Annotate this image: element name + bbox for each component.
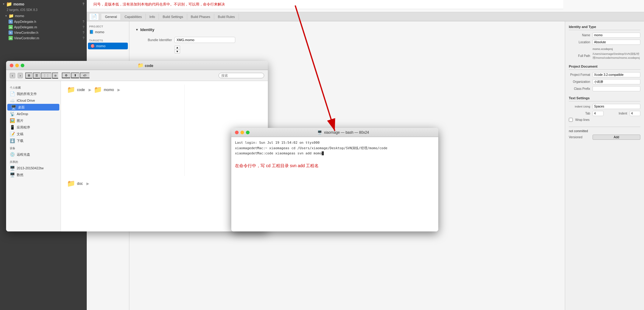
empty-pane	[124, 85, 185, 176]
project-item-label: momo	[95, 30, 104, 34]
bundle-id-row: Bundle Identifier	[135, 37, 559, 43]
close-button[interactable]	[10, 64, 13, 67]
h-file-icon: h	[9, 19, 13, 24]
location-select[interactable]: Absolute	[593, 40, 640, 45]
finder-search-input[interactable]	[219, 73, 264, 78]
finder-toolbar: ‹ › ⊞ ☰ ⋮⋮ ⧈ ⚙ ⬆ 🏷	[6, 70, 268, 81]
terminal-max-btn[interactable]	[246, 131, 250, 134]
momo-folder-row[interactable]: 📁 momo ▶	[91, 85, 120, 95]
share-button[interactable]: ⬆	[71, 72, 79, 78]
identity-type-section: Identity and Type Name Location Absolute…	[569, 25, 640, 60]
sidebar-item-all-files[interactable]: 📄 我的所有文件	[6, 90, 61, 97]
documents-label: 文稿	[17, 132, 23, 136]
project-row[interactable]: ▼ 📁 momo ?	[0, 0, 87, 8]
maximize-button[interactable]	[21, 64, 24, 67]
terminal-close-btn[interactable]	[235, 131, 239, 134]
terminal-body[interactable]: Last login: Sun Jul 19 15:54:02 on ttys0…	[231, 137, 438, 231]
sidebar-item-documents[interactable]: 📝 文稿	[6, 131, 61, 137]
sidebar-item-downloads[interactable]: ⬇️ 下载	[6, 137, 61, 144]
arrange-button[interactable]: ⚙	[62, 72, 70, 78]
terminal-title-text: xiaomage — bash — 80x24	[324, 130, 369, 135]
folder-icon-code: 📁	[67, 86, 75, 94]
tab-width-input[interactable]	[593, 111, 604, 116]
tab-build-phases[interactable]: Build Phases	[187, 14, 214, 20]
tag-button[interactable]: 🏷	[80, 72, 89, 78]
stepper-down[interactable]: ▼	[175, 50, 180, 53]
panel-project-item[interactable]: 📘 momo	[87, 29, 129, 35]
project-format-select[interactable]: Xcode 3.2-compatible	[593, 72, 640, 77]
file-viewcontroller-m[interactable]: m ViewController.m ?	[0, 35, 87, 41]
not-committed-label: not committed	[569, 129, 640, 133]
list-view-btn[interactable]: ☰	[33, 72, 40, 79]
file-viewcontroller-h[interactable]: h ViewController.h ?	[0, 30, 87, 35]
terminal-min-btn[interactable]	[240, 131, 244, 134]
class-prefix-input[interactable]	[593, 86, 640, 91]
shared-1-label: 2013-20150422tw	[17, 166, 44, 170]
targets-section-label: TARGETS	[87, 38, 129, 43]
terminal-annotation: 在命令行中，写 cd 工程目录 svn add 工程名	[235, 162, 435, 169]
finder-window: 📁 code ‹ › ⊞ ☰ ⋮⋮ ⧈ ⚙ ⬆ 🏷 个人收藏 📄 我的所有文件	[6, 61, 268, 231]
tab-label: Tab	[569, 112, 590, 115]
m-file-icon: m	[9, 36, 13, 40]
target-item-label: momo	[96, 44, 106, 48]
doc-folder-name: doc	[77, 181, 83, 186]
folder-icon-momo: 📁	[94, 86, 102, 94]
triangle-icon: ▼	[5, 15, 7, 17]
project-icon-btn[interactable]: 📄	[89, 13, 99, 20]
sidebar-item-applications[interactable]: 📱 应用程序	[6, 124, 61, 131]
sidebar-item-shared-1[interactable]: 🖥️ 2013-20150422tw	[6, 165, 61, 171]
m-file-icon: m	[9, 25, 13, 29]
file-name: AppDelegate.m	[14, 25, 37, 29]
downloads-label: 下载	[17, 139, 23, 143]
minimize-button[interactable]	[15, 64, 19, 67]
sidebar-item-remote-disc[interactable]: 💿 远程光盘	[6, 151, 61, 158]
tab-capabilities[interactable]: Capabilities	[121, 14, 146, 20]
class-prefix-label: Class Prefix	[569, 87, 590, 90]
doc-folder-item[interactable]: 📁 doc	[65, 178, 85, 189]
momo-folder-item[interactable]: 📁 momo	[91, 85, 116, 95]
applications-label: 应用程序	[17, 125, 30, 130]
terminal-line-3: xiaomagedetMac:code xiaomageas svn add m…	[235, 151, 435, 156]
sidebar-item-pictures[interactable]: 🖼️ 图片	[6, 117, 61, 124]
wrap-lines-checkbox[interactable]	[569, 118, 573, 122]
sidebar-item-icloud[interactable]: ☁️ iCloud Drive	[6, 97, 61, 104]
terminal-traffic-light	[235, 131, 250, 134]
code-folder-row[interactable]: 📁 code ▶	[65, 85, 91, 95]
project-subtitle: 2 targets, iOS SDK 8.3	[0, 8, 87, 13]
file-appdelegate-m[interactable]: m AppDelegate.m ?	[0, 24, 87, 30]
tab-build-rules[interactable]: Build Rules	[214, 14, 239, 20]
tab-general[interactable]: General	[101, 14, 121, 20]
panel-target-item[interactable]: 🎯 momo	[88, 43, 128, 49]
location-label: Location	[569, 41, 590, 44]
text-settings-title: Text Settings	[569, 96, 640, 101]
project-document-title: Project Document	[569, 65, 640, 70]
filename-row: momo.xcodeproj	[593, 47, 640, 51]
text-settings-section: Text Settings Indent Using Spaces Tab In…	[569, 96, 640, 122]
finder-title: 📁 code	[138, 62, 153, 68]
sidebar-item-shared-2[interactable]: 🖥️ 数然	[6, 171, 61, 178]
indent-input[interactable]	[630, 111, 641, 116]
folder-title-icon: 📁	[138, 63, 144, 68]
doc-arrow: ▶	[86, 181, 89, 186]
cover-view-btn[interactable]: ⧈	[52, 72, 58, 79]
finder-sidebar: 个人收藏 📄 我的所有文件 ☁️ iCloud Drive 🖥️ 桌面 📡 Ai…	[6, 81, 61, 231]
indent-using-select[interactable]: Spaces	[593, 104, 640, 109]
sidebar-item-desktop[interactable]: 🖥️ 桌面	[7, 104, 59, 111]
tab-info[interactable]: Info	[146, 14, 159, 20]
tab-build-settings[interactable]: Build Settings	[159, 14, 187, 20]
forward-button[interactable]: ›	[18, 73, 23, 78]
bundle-id-input[interactable]	[174, 37, 235, 43]
add-button[interactable]: Add	[593, 135, 640, 140]
organization-input[interactable]	[593, 79, 640, 84]
name-input[interactable]	[593, 33, 640, 38]
stepper[interactable]: ▲ ▼	[174, 45, 180, 54]
code-folder-item[interactable]: 📁 code	[65, 85, 87, 95]
column-view-btn[interactable]: ⋮⋮	[41, 72, 51, 79]
airdrop-label: AirDrop	[17, 112, 28, 116]
sidebar-item-airdrop[interactable]: 📡 AirDrop	[6, 111, 61, 117]
stepper-up[interactable]: ▲	[175, 46, 180, 50]
momo-folder-item[interactable]: ▼ 📁 momo	[0, 13, 87, 19]
file-appdelegate-h[interactable]: h AppDelegate.h ?	[0, 19, 87, 24]
icon-view-btn[interactable]: ⊞	[25, 72, 32, 79]
back-button[interactable]: ‹	[10, 73, 15, 78]
